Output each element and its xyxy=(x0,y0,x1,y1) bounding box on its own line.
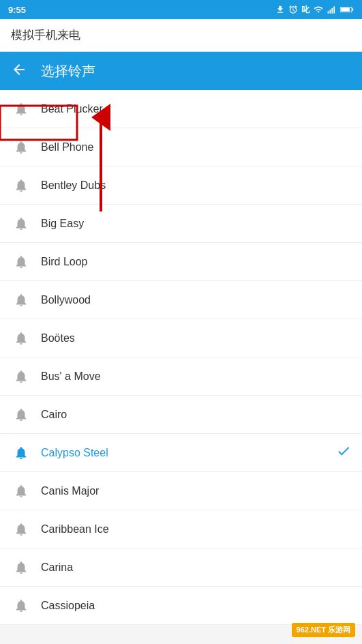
list-item[interactable]: Cassiopeia xyxy=(0,587,362,625)
bell-icon xyxy=(11,254,31,269)
list-item[interactable]: Calypso Steel xyxy=(0,434,362,472)
list-item[interactable]: Bus' a Move xyxy=(0,357,362,396)
bell-icon xyxy=(11,407,31,422)
list-item[interactable]: Bentley Dubs xyxy=(0,166,362,205)
wifi-icon xyxy=(313,5,324,14)
list-item[interactable]: Big Easy xyxy=(0,205,362,243)
status-bar: 9:55 叱 xyxy=(0,0,362,19)
svg-rect-3 xyxy=(333,6,335,13)
status-icons: 叱 xyxy=(275,4,354,16)
item-label: Bell Phone xyxy=(41,141,351,153)
bell-icon xyxy=(11,331,31,346)
item-label: Cassiopeia xyxy=(41,600,351,612)
signal-icon xyxy=(327,5,337,14)
bell-icon xyxy=(11,178,31,193)
list-item[interactable]: Bird Loop xyxy=(0,243,362,281)
item-label: Canis Major xyxy=(41,485,351,497)
battery-icon xyxy=(340,5,354,14)
list-item[interactable]: Carina xyxy=(0,548,362,587)
item-label: Boötes xyxy=(41,332,351,345)
list-item[interactable]: Beat Plucker xyxy=(0,90,362,128)
item-label: Bollywood xyxy=(41,294,351,306)
list-item[interactable]: Boötes xyxy=(0,319,362,357)
bell-icon xyxy=(11,102,31,117)
list-item[interactable]: Cairo xyxy=(0,396,362,434)
title-bar: 模拟手机来电 xyxy=(0,19,362,52)
back-button[interactable] xyxy=(11,61,27,80)
status-time: 9:55 xyxy=(8,5,26,15)
bell-icon xyxy=(11,522,31,537)
item-label: Big Easy xyxy=(41,218,351,230)
item-label: Carina xyxy=(41,561,351,574)
item-label: Calypso Steel xyxy=(41,447,336,459)
chinese-icon: 叱 xyxy=(301,4,310,16)
list-item[interactable]: Caribbean Ice xyxy=(0,510,362,548)
alarm-icon xyxy=(288,5,298,14)
item-label: Bird Loop xyxy=(41,256,351,268)
svg-rect-0 xyxy=(328,11,329,14)
download-icon xyxy=(275,5,285,14)
check-icon xyxy=(336,443,351,462)
svg-rect-6 xyxy=(352,9,353,11)
bell-icon xyxy=(11,369,31,384)
bell-icon xyxy=(11,293,31,308)
bell-icon xyxy=(11,598,31,613)
bell-icon xyxy=(11,445,31,460)
item-label: Bus' a Move xyxy=(41,370,351,383)
svg-rect-1 xyxy=(330,10,331,14)
svg-rect-2 xyxy=(331,8,333,14)
bell-icon xyxy=(11,216,31,231)
list-item[interactable]: Canis Major xyxy=(0,472,362,510)
toolbar: 选择铃声 xyxy=(0,52,362,90)
item-label: Beat Plucker xyxy=(41,103,351,115)
svg-rect-5 xyxy=(341,8,350,12)
bell-icon xyxy=(11,560,31,575)
item-label: Bentley Dubs xyxy=(41,179,351,192)
bell-icon xyxy=(11,140,31,155)
item-label: Caribbean Ice xyxy=(41,523,351,536)
ringtone-list: Beat PluckerBell PhoneBentley DubsBig Ea… xyxy=(0,90,362,625)
item-label: Cairo xyxy=(41,409,351,421)
app-title: 模拟手机来电 xyxy=(11,27,80,43)
watermark: 962.NET 乐游网 xyxy=(292,623,355,637)
list-item[interactable]: Bell Phone xyxy=(0,128,362,166)
bell-icon xyxy=(11,484,31,499)
list-item[interactable]: Bollywood xyxy=(0,281,362,319)
toolbar-title: 选择铃声 xyxy=(41,62,95,80)
